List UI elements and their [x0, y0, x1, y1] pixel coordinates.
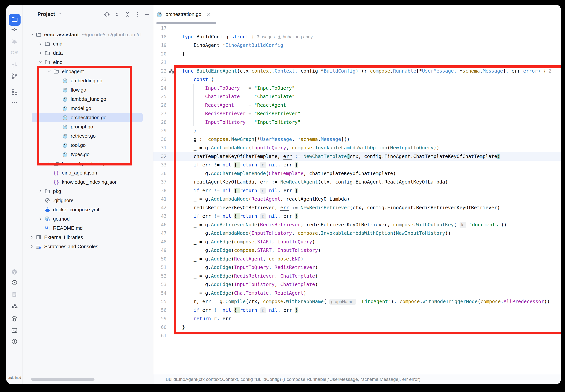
code-line-47[interactable]: 47_ = g.AddLambdaNode(InputToHistory, co… — [154, 229, 561, 238]
fold-chevron-icon[interactable] — [172, 162, 177, 168]
chevron-right-icon[interactable] — [38, 189, 43, 194]
line-number[interactable]: 54 — [155, 289, 167, 297]
line-number[interactable]: 56 — [155, 306, 167, 315]
close-icon[interactable] — [206, 12, 211, 17]
line-number[interactable]: 49 — [155, 246, 167, 255]
tree-item-orchestration-go[interactable]: orchestration.go — [23, 113, 153, 122]
expand-all-icon[interactable] — [114, 11, 120, 17]
tree-item-scratches-and-consoles[interactable]: Scratches and Consoles — [23, 242, 153, 251]
code-line-30[interactable]: 30g := compose.NewGraph[*UserMessage, *s… — [154, 135, 561, 144]
line-number[interactable]: 52 — [155, 272, 167, 280]
problems-icon[interactable] — [11, 338, 18, 345]
code-line-46[interactable]: 46_ = g.AddRetrieverNode(RedisRetriever,… — [154, 221, 561, 229]
collapse-all-icon[interactable] — [125, 11, 131, 17]
line-number[interactable]: 18 — [155, 33, 167, 41]
code-line-49[interactable]: 49_ = g.AddEdge(compose.START, InputToHi… — [154, 246, 561, 255]
locate-icon[interactable] — [104, 11, 110, 17]
tree-item-knowledge-indexing-json[interactable]: {}knowledge_indexing.json — [23, 177, 153, 187]
line-number[interactable]: 22 — [155, 67, 167, 75]
line-number[interactable]: 33 — [155, 161, 167, 169]
more-options-icon[interactable] — [134, 11, 141, 17]
code-line-41[interactable]: 41_ = g.AddLambdaNode(ReactAgent, reactA… — [154, 195, 561, 203]
line-number[interactable]: 37 — [155, 178, 167, 186]
line-number[interactable]: 50 — [155, 255, 167, 263]
tree-item-retriever-go[interactable]: retriever.go — [23, 131, 153, 140]
code-review-icon[interactable]: CR — [11, 49, 18, 56]
line-number[interactable]: 41 — [155, 195, 167, 203]
package-icon[interactable] — [11, 268, 18, 276]
code-line-61[interactable]: 61 — [154, 332, 561, 340]
breadcrumb[interactable]: BuildEinoAgent(ctx context.Context, conf… — [166, 374, 420, 384]
code-line-19[interactable]: 19EinoAgent *EinoAgentBuildConfig — [154, 41, 561, 50]
code-line-17[interactable]: 17 — [154, 24, 561, 33]
code-line-18[interactable]: 18type BuildConfig struct { 3 usages huh… — [154, 33, 561, 41]
line-number[interactable]: 51 — [155, 263, 167, 272]
fold-chevron-icon[interactable] — [172, 188, 177, 193]
tree-item-prompt-go[interactable]: prompt.go — [23, 122, 153, 131]
line-number[interactable]: 26 — [155, 101, 167, 110]
code-line-56[interactable]: 56if err != nil { return r: nil, err } — [154, 306, 561, 315]
line-number[interactable]: 23 — [155, 75, 167, 84]
code-line-22[interactable]: 22func BuildEinoAgent(ctx context.Contex… — [154, 67, 561, 75]
line-number[interactable]: 46 — [155, 221, 167, 229]
code-line-21[interactable]: 21 — [154, 58, 561, 67]
structure-icon[interactable] — [11, 88, 18, 96]
tree-item-eino-agent-json[interactable]: {}eino_agent.json — [23, 168, 153, 177]
code-line-54[interactable]: 54_ = g.AddEdge(ChatTemplate, ReactAgent… — [154, 289, 561, 297]
code-line-43[interactable]: 43if err != nil { return r: nil, err } — [154, 212, 561, 221]
services-icon[interactable] — [11, 315, 18, 322]
tree-item-docker-compose-yml[interactable]: docker-compose.yml — [23, 205, 153, 214]
line-number[interactable]: 21 — [155, 58, 167, 67]
tree-item-data[interactable]: data — [23, 48, 153, 57]
tree-item-model-go[interactable]: model.go — [23, 104, 153, 113]
chevron-right-icon[interactable] — [38, 216, 43, 221]
line-number[interactable]: 61 — [155, 332, 167, 340]
code-line-60[interactable]: 60} — [154, 323, 561, 332]
tree-item-readme-md[interactable]: M↓README.md — [23, 224, 153, 233]
line-number[interactable]: 28 — [155, 118, 167, 127]
code-line-59[interactable]: 59return r, err — [154, 314, 561, 323]
line-number[interactable]: 55 — [155, 297, 167, 306]
chevron-down-icon[interactable] — [29, 32, 34, 37]
code-line-20[interactable]: 20} — [154, 50, 561, 58]
code-line-33[interactable]: 33if err != nil { return r: nil, err } — [154, 161, 561, 169]
line-number[interactable]: 31 — [155, 144, 167, 152]
tree-item-external-libraries[interactable]: External Libraries — [23, 233, 153, 242]
line-number[interactable]: 60 — [155, 323, 167, 332]
code-line-36[interactable]: 36_ = g.AddChatTemplateNode(ChatTemplate… — [154, 169, 561, 178]
code-line-37[interactable]: 37reactAgentKeyOfLambda, err := NewReact… — [154, 178, 561, 186]
tree-horizontal-scrollbar[interactable] — [31, 378, 95, 381]
code-line-32[interactable]: 32chatTemplateKeyOfChatTemplate, err := … — [154, 152, 561, 161]
code-line-23[interactable]: 23const ( — [154, 75, 561, 84]
chevron-right-icon[interactable] — [47, 161, 52, 166]
code-line-24[interactable]: 24InputToQuery = "InputToQuery" — [154, 84, 561, 93]
tree-item-eino[interactable]: eino — [23, 57, 153, 67]
line-number[interactable]: 25 — [155, 92, 167, 101]
git-branch-icon[interactable] — [11, 72, 18, 80]
tree-item-flow-go[interactable]: flow.go — [23, 85, 153, 95]
project-tool-button[interactable] — [9, 14, 21, 26]
code-line-29[interactable]: 29) — [154, 126, 561, 135]
code-line-27[interactable]: 27RedisRetriever = "RedisRetriever" — [154, 110, 561, 118]
debug-icon[interactable] — [11, 38, 18, 45]
tree-item-eino-assistant[interactable]: eino_assistant~/gocode/src/github.com/cl — [23, 30, 153, 39]
tree-item-embedding-go[interactable]: embedding.go — [23, 76, 153, 85]
pull-requests-icon[interactable] — [11, 61, 18, 69]
code-line-26[interactable]: 26ReactAgent = "ReactAgent" — [154, 101, 561, 110]
code-line-25[interactable]: 25ChatTemplate = "ChatTemplate" — [154, 92, 561, 101]
usages-gutter-icon[interactable] — [169, 68, 174, 74]
hide-icon[interactable] — [144, 11, 150, 17]
chevron-down-icon[interactable] — [38, 60, 43, 65]
notebook-icon[interactable] — [11, 291, 18, 298]
version-control-icon[interactable]: undefined — [11, 374, 18, 381]
line-number[interactable]: 17 — [155, 24, 167, 33]
code-line-28[interactable]: 28InputToHistory = "InputToHistory" — [154, 118, 561, 127]
code-line-31[interactable]: 31_ = g.AddLambdaNode(InputToQuery, comp… — [154, 144, 561, 152]
line-number[interactable]: 36 — [155, 169, 167, 178]
line-number[interactable]: 43 — [155, 212, 167, 221]
terminal-icon[interactable] — [11, 327, 18, 334]
tree-item-lambda-func-go[interactable]: lambda_func.go — [23, 95, 153, 104]
run-icon[interactable] — [11, 279, 18, 286]
line-number[interactable]: 42 — [155, 203, 167, 212]
tree-item-cmd[interactable]: cmd — [23, 39, 153, 48]
